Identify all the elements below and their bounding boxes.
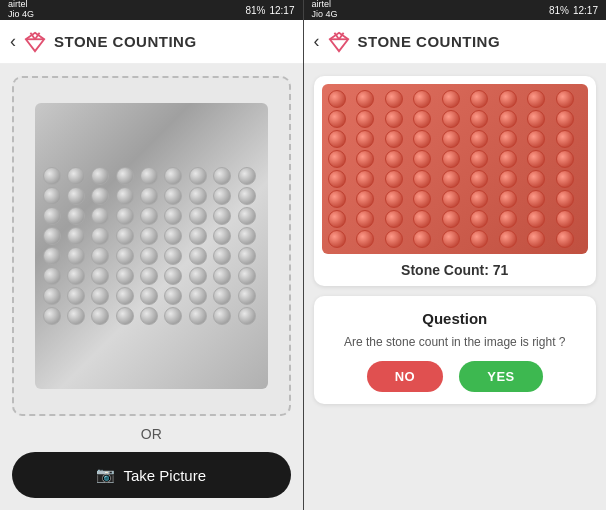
left-diamonds-grid [35,159,268,333]
right-stone-image [322,84,589,254]
left-status-right: 81% 12:17 [245,5,294,16]
yes-button[interactable]: YES [459,361,543,392]
right-time: 12:17 [573,5,598,16]
left-top-bar: ‹ STONE COUNTING [0,20,303,64]
question-dialog: Question Are the stone count in the imag… [314,296,597,404]
right-phone-panel: airtel Jio 4G 81% 12:17 ‹ STONE COUNTING [304,0,607,510]
left-battery: 81% [245,5,265,16]
dialog-question: Are the stone count in the image is righ… [344,335,565,349]
camera-icon: 📷 [96,466,115,484]
left-data-network: Jio 4G [8,10,34,20]
dialog-title: Question [422,310,487,327]
right-carrier-info: airtel Jio 4G [312,0,338,20]
stone-count-label: Stone Count: 71 [401,262,508,278]
left-carrier-info: airtel Jio 4G [8,0,34,20]
right-main-content: Stone Count: 71 Question Are the stone c… [304,64,607,510]
right-app-title: STONE COUNTING [358,33,501,50]
left-status-bar: airtel Jio 4G 81% 12:17 [0,0,303,20]
svg-marker-4 [329,32,347,50]
take-picture-button[interactable]: 📷 Take Picture [12,452,291,498]
left-phone-panel: airtel Jio 4G 81% 12:17 ‹ STONE COUNTING [0,0,303,510]
left-main-content: OR 📷 Take Picture [0,64,303,510]
image-upload-area[interactable] [12,76,291,416]
right-status-bar: airtel Jio 4G 81% 12:17 [304,0,607,20]
right-diamond-icon [328,31,350,53]
right-diamonds-grid [322,84,589,254]
right-top-bar: ‹ STONE COUNTING [304,20,607,64]
right-status-right: 81% 12:17 [549,5,598,16]
or-label: OR [141,426,162,442]
left-stone-image [35,103,268,389]
no-button[interactable]: NO [367,361,444,392]
left-diamond-icon [24,31,46,53]
left-app-title: STONE COUNTING [54,33,197,50]
left-back-button[interactable]: ‹ [10,31,16,52]
right-back-button[interactable]: ‹ [314,31,320,52]
left-time: 12:17 [269,5,294,16]
take-picture-label: Take Picture [123,467,206,484]
stone-image-card: Stone Count: 71 [314,76,597,286]
right-battery: 81% [549,5,569,16]
dialog-buttons: NO YES [326,361,585,392]
svg-marker-0 [26,32,44,50]
right-data-network: Jio 4G [312,10,338,20]
